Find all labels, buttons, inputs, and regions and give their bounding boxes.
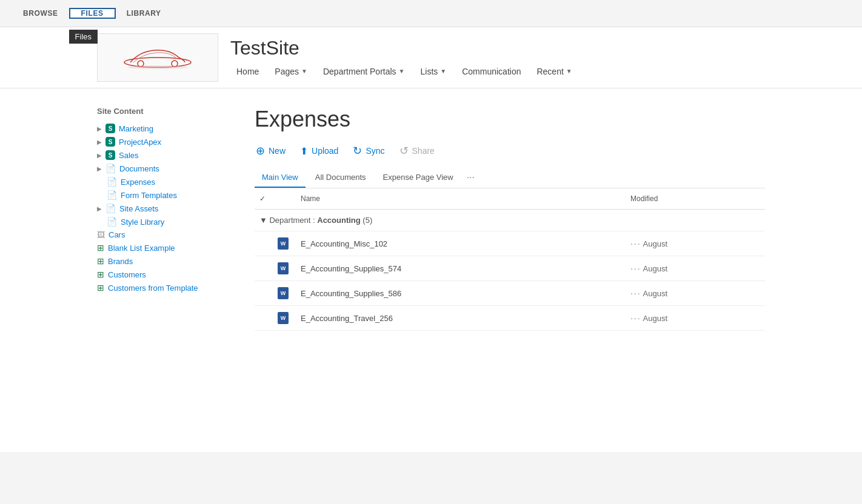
row-check[interactable] — [255, 281, 273, 306]
group-label-accounting: Department : Accounting (5) — [269, 216, 372, 225]
sync-icon: ↻ — [353, 144, 362, 158]
content-area: Expenses ⊕ New ⬆ Upload ↻ Sync ↺ Share M… — [255, 107, 765, 434]
style-library-icon: 📄 — [107, 217, 117, 227]
share-button[interactable]: ↺ Share — [398, 142, 436, 160]
table-row[interactable]: W E_Accounting_Supplies_574 ··· August — [255, 256, 765, 281]
row-doc-icon: W — [273, 306, 296, 331]
sidebar-item-site-assets[interactable]: ▶ 📄 Site Assets — [97, 202, 230, 215]
row-name[interactable]: E_Accounting_Supplies_586 — [296, 281, 626, 306]
row-name[interactable]: E_Accounting_Misc_102 — [296, 231, 626, 256]
marketing-icon: S — [105, 124, 115, 133]
tab-expense-page-view[interactable]: Expense Page View — [376, 168, 461, 188]
word-icon: W — [278, 312, 289, 324]
nav-recent[interactable]: Recent ▼ — [530, 64, 578, 79]
content-title: Expenses — [255, 107, 765, 132]
tab-browse[interactable]: BROWSE — [12, 0, 69, 27]
customers-icon: ⊞ — [97, 270, 104, 279]
sidebar-item-customers[interactable]: ⊞ Customers — [97, 268, 230, 281]
site-header: TestSite Home Pages ▼ Department Portals… — [0, 27, 862, 88]
toolbar: ⊕ New ⬆ Upload ↻ Sync ↺ Share — [255, 142, 765, 160]
site-title: TestSite — [230, 37, 578, 59]
table-row[interactable]: W E_Accounting_Travel_256 ··· August — [255, 306, 765, 331]
expand-marketing[interactable]: ▶ — [97, 125, 102, 132]
row-modified: August — [643, 289, 667, 298]
row-options-button[interactable]: ··· — [630, 264, 641, 273]
tab-main-view[interactable]: Main View — [255, 168, 306, 188]
expenses-icon: 📄 — [107, 177, 117, 187]
group-header-accounting: ▼ Department : Accounting (5) — [255, 210, 765, 231]
nav-lists[interactable]: Lists ▼ — [414, 64, 452, 79]
sidebar-item-cars[interactable]: 🖼 Cars — [97, 228, 230, 241]
group-collapse-icon[interactable]: ▼ — [259, 216, 269, 225]
row-options-button[interactable]: ··· — [630, 239, 641, 248]
header-name: Name — [296, 188, 626, 210]
row-modified: August — [643, 264, 667, 273]
tab-files[interactable]: FILES — [69, 8, 116, 19]
sidebar-item-blank-list-example[interactable]: ⊞ Blank List Example — [97, 241, 230, 254]
tab-all-documents[interactable]: All Documents — [308, 168, 373, 188]
sidebar: Site Content ▶ S Marketing ▶ S ProjectAp… — [97, 107, 230, 434]
header-modified: Modified — [626, 188, 765, 210]
expand-sales[interactable]: ▶ — [97, 152, 102, 159]
pages-arrow: ▼ — [301, 68, 307, 75]
dept-portals-arrow: ▼ — [399, 68, 405, 75]
tab-library[interactable]: LIBRARY — [116, 0, 172, 27]
recent-arrow: ▼ — [566, 68, 572, 75]
sidebar-item-customers-from-template[interactable]: ⊞ Customers from Template — [97, 281, 230, 294]
view-tabs: Main View All Documents Expense Page Vie… — [255, 167, 765, 188]
row-ellipsis[interactable]: ··· August — [626, 256, 765, 281]
sidebar-item-expenses[interactable]: 📄 Expenses — [97, 175, 230, 188]
documents-icon: 📄 — [105, 164, 116, 173]
site-title-area: TestSite Home Pages ▼ Department Portals… — [230, 37, 578, 79]
main-content: Site Content ▶ S Marketing ▶ S ProjectAp… — [0, 88, 862, 452]
row-check[interactable] — [255, 231, 273, 256]
word-icon: W — [278, 287, 289, 299]
table-row[interactable]: W E_Accounting_Misc_102 ··· August — [255, 231, 765, 256]
expand-site-assets[interactable]: ▶ — [97, 205, 102, 212]
logo-image — [109, 39, 206, 76]
sidebar-item-projectapex[interactable]: ▶ S ProjectApex — [97, 135, 230, 148]
table-row[interactable]: W E_Accounting_Supplies_586 ··· August — [255, 281, 765, 306]
word-icon: W — [278, 262, 289, 274]
row-check[interactable] — [255, 306, 273, 331]
row-ellipsis[interactable]: ··· August — [626, 231, 765, 256]
sidebar-item-sales[interactable]: ▶ S Sales — [97, 148, 230, 162]
row-check[interactable] — [255, 256, 273, 281]
sidebar-item-marketing[interactable]: ▶ S Marketing — [97, 122, 230, 135]
nav-communication[interactable]: Communication — [456, 64, 527, 79]
sales-icon: S — [105, 150, 115, 160]
ribbon: BROWSE FILES Files LIBRARY — [0, 0, 862, 27]
more-views-button[interactable]: ··· — [463, 167, 478, 188]
row-doc-icon: W — [273, 281, 296, 306]
row-name[interactable]: E_Accounting_Supplies_574 — [296, 256, 626, 281]
row-name[interactable]: E_Accounting_Travel_256 — [296, 306, 626, 331]
header-doc — [273, 188, 296, 210]
customers-template-icon: ⊞ — [97, 283, 104, 293]
lists-arrow: ▼ — [440, 68, 446, 75]
site-assets-icon: 📄 — [105, 204, 116, 213]
row-modified: August — [643, 239, 667, 248]
row-doc-icon: W — [273, 231, 296, 256]
sidebar-item-form-templates[interactable]: 📄 Form Templates — [97, 188, 230, 202]
sidebar-item-brands[interactable]: ⊞ Brands — [97, 254, 230, 268]
nav-department-portals[interactable]: Department Portals ▼ — [317, 64, 411, 79]
nav-home[interactable]: Home — [230, 64, 265, 79]
header-check: ✓ — [255, 188, 273, 210]
documents-table: ✓ Name Modified ▼ Department : Accountin… — [255, 188, 765, 331]
expand-documents[interactable]: ▶ — [97, 165, 102, 172]
nav-pages[interactable]: Pages ▼ — [269, 64, 313, 79]
row-options-button[interactable]: ··· — [630, 288, 641, 298]
brands-icon: ⊞ — [97, 256, 104, 266]
projectapex-icon: S — [105, 137, 115, 147]
sync-button[interactable]: ↻ Sync — [352, 142, 386, 160]
row-options-button[interactable]: ··· — [630, 313, 641, 323]
sidebar-item-style-library[interactable]: 📄 Style Library — [97, 215, 230, 228]
new-button[interactable]: ⊕ New — [255, 142, 287, 160]
upload-button[interactable]: ⬆ Upload — [299, 143, 339, 159]
row-ellipsis[interactable]: ··· August — [626, 306, 765, 331]
site-nav: Home Pages ▼ Department Portals ▼ Lists … — [230, 64, 578, 79]
blank-list-icon: ⊞ — [97, 243, 104, 253]
row-ellipsis[interactable]: ··· August — [626, 281, 765, 306]
sidebar-item-documents[interactable]: ▶ 📄 Documents — [97, 162, 230, 175]
expand-projectapex[interactable]: ▶ — [97, 139, 102, 145]
